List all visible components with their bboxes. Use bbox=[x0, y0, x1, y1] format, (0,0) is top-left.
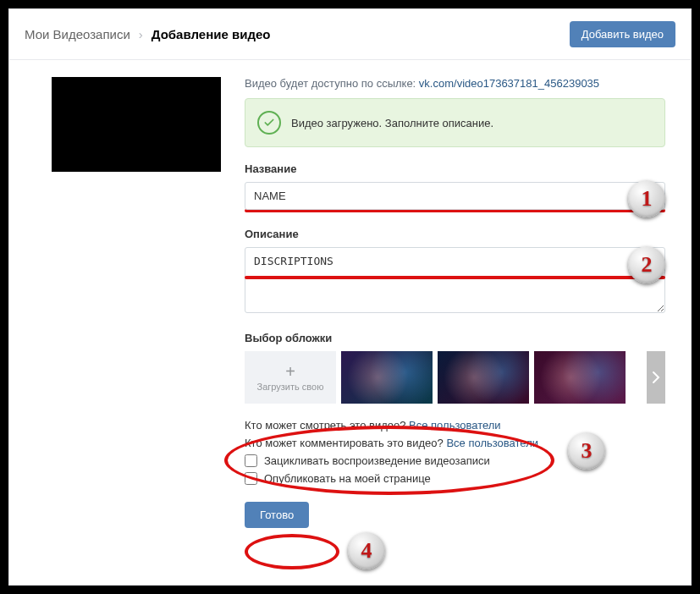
breadcrumb-current: Добавление видео bbox=[152, 27, 271, 41]
annotation-badge-1: 1 bbox=[628, 180, 665, 217]
done-button[interactable]: Готово bbox=[245, 502, 309, 528]
checkmark-icon bbox=[257, 111, 281, 135]
description-label: Описание bbox=[245, 228, 665, 240]
name-label: Название bbox=[245, 162, 665, 175]
video-preview-thumbnail bbox=[52, 77, 221, 172]
annotation-badge-3: 3 bbox=[568, 432, 605, 470]
upload-cover-button[interactable]: + Загрузить свою bbox=[245, 351, 336, 404]
loop-checkbox[interactable] bbox=[245, 454, 257, 467]
header: Мои Видеозаписи › Добавление видео Добав… bbox=[9, 9, 691, 60]
breadcrumb-my-videos[interactable]: Мои Видеозаписи bbox=[25, 27, 130, 41]
video-link-line: Видео будет доступно по ссылке: vk.com/v… bbox=[245, 77, 665, 90]
video-link[interactable]: vk.com/video173637181_456239035 bbox=[419, 77, 599, 90]
privacy-comment-value[interactable]: Все пользователи bbox=[446, 437, 538, 449]
success-banner: Видео загружено. Заполните описание. bbox=[245, 98, 665, 147]
publish-checkbox[interactable] bbox=[245, 472, 257, 485]
body: Видео будет доступно по ссылке: vk.com/v… bbox=[9, 60, 691, 545]
plus-icon: + bbox=[285, 363, 295, 380]
success-text: Видео загружено. Заполните описание. bbox=[291, 117, 493, 129]
privacy-view-value[interactable]: Все пользователи bbox=[409, 419, 501, 432]
privacy-comment-question: Кто может комментировать это видео? bbox=[245, 437, 446, 449]
breadcrumb-separator: › bbox=[139, 27, 143, 41]
main-panel: Мои Видеозаписи › Добавление видео Добав… bbox=[8, 8, 692, 586]
cover-option-2[interactable] bbox=[438, 351, 529, 404]
publish-checkbox-line: Опубликовать на моей странице bbox=[245, 472, 665, 485]
thumbnail-column bbox=[52, 77, 221, 528]
upload-cover-label: Загрузить свою bbox=[257, 382, 324, 392]
description-input[interactable]: DISCRIPTIONS bbox=[245, 247, 665, 313]
video-link-prefix: Видео будет доступно по ссылке: bbox=[245, 77, 419, 90]
privacy-view-question: Кто может смотреть это видео? bbox=[245, 419, 409, 432]
annotation-badge-2: 2 bbox=[628, 246, 665, 283]
chevron-right-icon bbox=[652, 371, 660, 384]
add-video-button[interactable]: Добавить видео bbox=[570, 21, 675, 47]
annotation-badge-4: 4 bbox=[348, 532, 385, 569]
cover-option-1[interactable] bbox=[341, 351, 433, 404]
breadcrumb: Мои Видеозаписи › Добавление видео bbox=[25, 27, 270, 41]
cover-option-3[interactable] bbox=[534, 351, 626, 404]
loop-label: Зацикливать воспроизведение видеозаписи bbox=[264, 454, 490, 467]
cover-row: + Загрузить свою bbox=[245, 351, 665, 404]
cover-label: Выбор обложки bbox=[245, 332, 665, 344]
cover-field-block: Выбор обложки + Загрузить свою bbox=[245, 332, 665, 404]
privacy-view-line: Кто может смотреть это видео? Все пользо… bbox=[245, 419, 665, 432]
description-field-block: Описание DISCRIPTIONS bbox=[245, 228, 665, 316]
annotation-underline-2 bbox=[245, 276, 665, 279]
publish-label: Опубликовать на моей странице bbox=[264, 472, 431, 485]
cover-next-button[interactable] bbox=[647, 351, 665, 404]
name-input[interactable] bbox=[245, 182, 665, 210]
name-field-block: Название bbox=[245, 162, 665, 212]
